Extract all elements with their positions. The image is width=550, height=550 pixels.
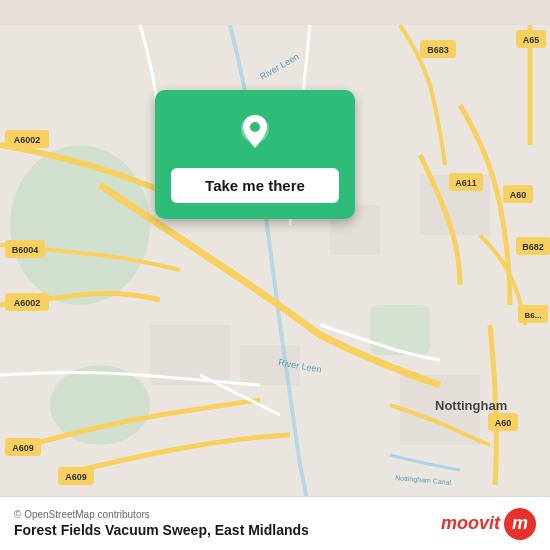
location-card: Take me there	[155, 90, 355, 219]
moovit-logo: moovit m	[441, 508, 536, 540]
svg-text:A60: A60	[510, 190, 527, 200]
svg-text:A611: A611	[455, 178, 477, 188]
svg-point-38	[250, 122, 260, 132]
location-info: © OpenStreetMap contributors Forest Fiel…	[14, 509, 309, 538]
location-name: Forest Fields Vacuum Sweep, East Midland…	[14, 522, 309, 538]
svg-text:Nottingham: Nottingham	[435, 398, 507, 413]
svg-text:B682: B682	[522, 242, 544, 252]
map-container: River Leen River Leen	[0, 0, 550, 550]
svg-text:A65: A65	[523, 35, 540, 45]
map-background: River Leen River Leen	[0, 0, 550, 550]
svg-text:B6004: B6004	[12, 245, 39, 255]
osm-attribution: © OpenStreetMap contributors	[14, 509, 309, 520]
bottom-bar: © OpenStreetMap contributors Forest Fiel…	[0, 496, 550, 550]
pin-icon	[233, 110, 277, 168]
moovit-text: moovit	[441, 513, 500, 534]
svg-text:B6...: B6...	[525, 311, 542, 320]
moovit-icon: m	[504, 508, 536, 540]
svg-text:A6002: A6002	[14, 135, 41, 145]
svg-text:A60: A60	[495, 418, 512, 428]
svg-rect-3	[370, 305, 430, 355]
svg-text:A609: A609	[65, 472, 87, 482]
svg-text:A6002: A6002	[14, 298, 41, 308]
svg-point-1	[10, 145, 150, 305]
svg-text:A609: A609	[12, 443, 34, 453]
svg-text:B683: B683	[427, 45, 449, 55]
take-me-there-button[interactable]: Take me there	[171, 168, 339, 203]
